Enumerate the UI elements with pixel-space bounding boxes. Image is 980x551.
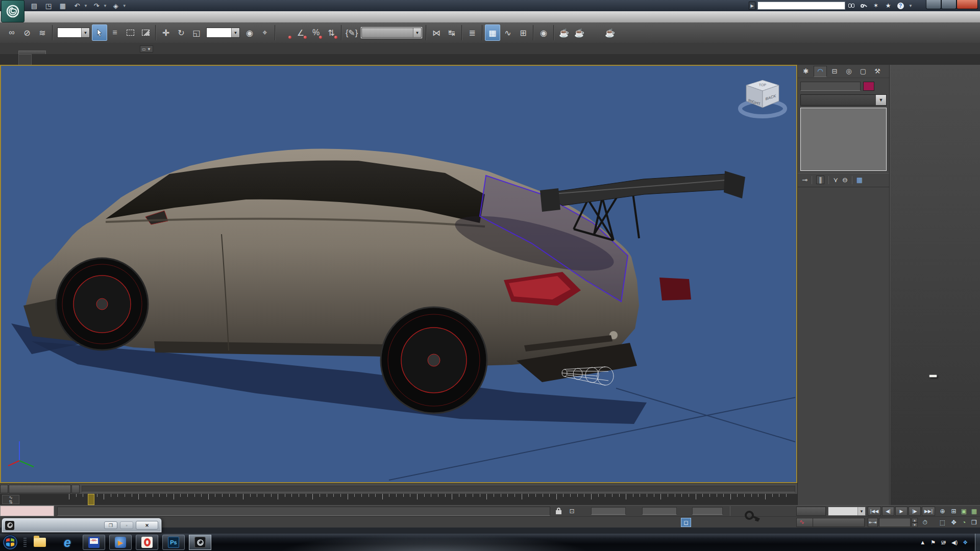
percent-snap-icon[interactable]: % [308, 24, 324, 41]
use-pivot-center-icon[interactable]: ◉ [242, 24, 257, 41]
edit-named-selection-sets-icon[interactable]: {✎} [344, 24, 359, 41]
perspective-viewport[interactable]: TOP RIGHT BACK [0, 65, 797, 483]
subscription-key-icon[interactable] [860, 2, 868, 9]
make-unique-icon[interactable]: ⋎ [833, 176, 838, 184]
configure-modifier-sets-icon[interactable]: ▦ [856, 176, 863, 184]
key-mode-dropdown[interactable]: ▼ [828, 507, 866, 516]
modifier-stack-list[interactable] [800, 108, 887, 171]
search-icon[interactable] [847, 2, 855, 9]
help-icon[interactable]: ? [896, 2, 904, 9]
time-configuration-icon[interactable]: ⏱ [920, 518, 930, 527]
hierarchy-tab-icon[interactable]: ⊟ [828, 66, 841, 77]
communication-center-icon[interactable]: ✶ [872, 2, 880, 9]
go-to-end-button[interactable]: ▶▶| [922, 507, 935, 516]
pin-stack-icon[interactable]: ⊸ [802, 176, 807, 184]
start-button[interactable] [2, 534, 18, 550]
selection-filter-dropdown[interactable]: ▼ [57, 28, 90, 38]
object-name-field[interactable] [800, 82, 861, 91]
taskbar-explorer-icon[interactable] [29, 535, 51, 550]
dropbox-icon[interactable]: ❖ [963, 539, 968, 546]
select-and-move-icon[interactable]: ✛ [158, 24, 174, 41]
key-filters-button[interactable] [813, 518, 865, 527]
redo-dropdown-icon[interactable]: ▼ [103, 4, 107, 8]
pan-hand-icon[interactable]: ✥ [948, 518, 959, 527]
zoom-extents-all-icon[interactable]: ▦ [969, 507, 979, 516]
x-coord-field[interactable] [591, 507, 626, 515]
select-and-link-icon[interactable]: ∞ [4, 24, 19, 41]
mini-minimize-icon[interactable]: ❐ [104, 521, 117, 529]
layer-manager-icon[interactable]: ≣ [464, 24, 480, 41]
taskbar-media-player-icon[interactable]: ▶ [109, 535, 132, 550]
align-icon[interactable]: ↹ [444, 24, 459, 41]
go-to-start-button[interactable]: |◀◀ [868, 507, 881, 516]
tab-graphite-modeling-tools[interactable] [18, 51, 46, 54]
spinner-snap-icon[interactable]: ⇅ [324, 24, 339, 41]
save-file-icon[interactable]: ▦ [57, 1, 68, 10]
modifier-list-dropdown[interactable]: ▼ [800, 94, 887, 106]
auto-key-button[interactable] [796, 507, 826, 516]
zoom-extents-icon[interactable]: ▣ [959, 507, 969, 516]
mini-curve-editor-icon[interactable]: ∿⇅ [2, 495, 19, 504]
track-bar[interactable]: ∿⇅ [0, 494, 797, 505]
help-dropdown-icon[interactable]: ▼ [909, 4, 913, 8]
play-button[interactable]: ▶ [895, 507, 908, 516]
y-coord-field[interactable] [642, 507, 677, 515]
unlink-selection-icon[interactable]: ⊘ [19, 24, 35, 41]
window-crossing-icon[interactable] [138, 24, 153, 41]
current-frame-field[interactable] [879, 518, 911, 527]
mirror-icon[interactable]: ⋈ [429, 24, 444, 41]
undo-icon[interactable]: ↶ [71, 1, 83, 10]
taskbar-total-commander-icon[interactable] [83, 535, 105, 550]
tab-polygon-modeling[interactable] [18, 54, 32, 65]
display-tab-icon[interactable]: ▢ [856, 66, 870, 77]
utilities-tab-icon[interactable]: ⚒ [871, 66, 884, 77]
maximize-viewport-toggle-icon[interactable]: ❒ [969, 518, 979, 527]
motion-tab-icon[interactable]: ◎ [842, 66, 855, 77]
taskbar-internet-explorer-icon[interactable]: e [56, 535, 79, 550]
select-by-name-icon[interactable]: ≡ [107, 24, 122, 41]
select-and-manipulate-icon[interactable]: ⌖ [257, 24, 273, 41]
viewcube[interactable]: TOP RIGHT BACK [737, 75, 788, 122]
reference-coordinate-dropdown[interactable]: ▼ [206, 28, 240, 38]
next-frame-button[interactable]: |▶ [909, 507, 921, 516]
modify-tab-icon[interactable]: ◠ [814, 66, 827, 77]
orbit-icon[interactable]: ◔ [959, 518, 969, 527]
mini-close-icon[interactable]: ✕ [136, 521, 158, 530]
ribbon-minimize-icon[interactable]: ▭ ▼ [140, 45, 153, 53]
select-and-rotate-icon[interactable]: ↻ [174, 24, 189, 41]
material-editor-icon[interactable]: ◉ [536, 24, 551, 41]
render-setup-icon[interactable]: ☕ [556, 24, 572, 41]
show-desktop-button[interactable] [975, 534, 980, 551]
action-center-flag-icon[interactable]: ⚑ [930, 539, 936, 546]
selection-lock-icon[interactable] [554, 507, 563, 515]
next-frame-arrow[interactable] [71, 485, 80, 493]
remove-modifier-icon[interactable]: ⊖ [842, 176, 848, 184]
project-toolbar-icon[interactable]: ◈ [110, 1, 121, 10]
application-menu-button[interactable] [1, 0, 24, 22]
show-end-result-icon[interactable]: ∥ [816, 176, 825, 184]
time-slider-track[interactable] [82, 486, 795, 492]
volume-icon[interactable]: ◀) [951, 539, 958, 546]
mini-restore-icon[interactable]: ▫ [120, 521, 133, 529]
restore-button[interactable] [941, 0, 957, 9]
frame-spinner[interactable]: ▲▼ [912, 518, 918, 527]
curve-editor-icon[interactable]: ∿ [500, 24, 516, 41]
rectangular-selection-region-icon[interactable] [122, 24, 138, 41]
named-selection-sets-dropdown[interactable]: ▼ [361, 28, 422, 38]
time-slider-handle[interactable] [9, 485, 71, 493]
open-file-icon[interactable]: ◳ [43, 1, 54, 10]
minimized-window-titlebar[interactable]: ❐ ▫ ✕ [2, 518, 162, 533]
zoom-all-icon[interactable]: ⊞ [948, 507, 959, 516]
hidden-icons-arrow[interactable]: ▲ [920, 539, 925, 545]
angle-snap-icon[interactable]: ∠ [293, 24, 308, 41]
snaps-toggle-icon[interactable] [278, 24, 293, 41]
current-frame-marker[interactable] [88, 494, 94, 505]
previous-frame-button[interactable]: ◀| [882, 507, 894, 516]
key-filter-curve-icon[interactable]: ∿ [799, 518, 811, 527]
favorites-star-icon[interactable]: ★ [884, 2, 892, 9]
create-tab-icon[interactable]: ✱ [799, 66, 813, 77]
absolute-mode-icon[interactable]: ⊡ [568, 507, 576, 515]
taskbar-opera-icon[interactable] [136, 535, 158, 550]
undo-dropdown-icon[interactable]: ▼ [84, 4, 88, 8]
bind-to-spacewarp-icon[interactable]: ≋ [35, 24, 50, 41]
